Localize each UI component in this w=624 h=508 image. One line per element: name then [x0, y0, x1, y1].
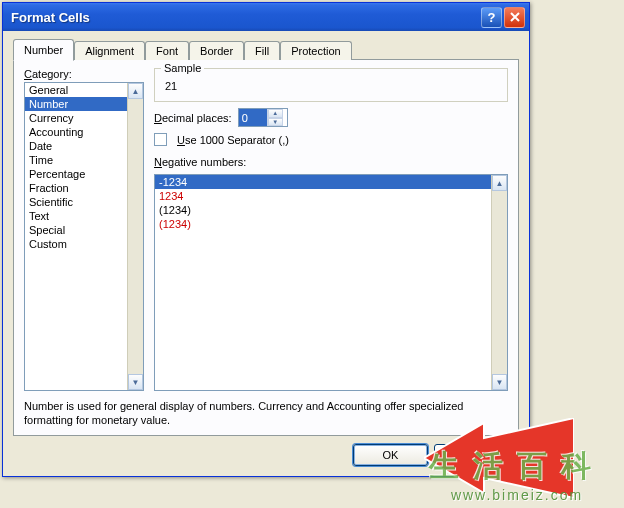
category-column: Category: General Number Currency Accoun…	[24, 68, 144, 391]
negative-scrollbar[interactable]: ▲ ▼	[491, 175, 507, 390]
sample-label: Sample	[161, 62, 204, 74]
decimal-label: Decimal places:	[154, 112, 232, 124]
category-item-currency[interactable]: Currency	[25, 111, 127, 125]
decimal-input[interactable]	[239, 109, 267, 126]
decimal-down-button[interactable]: ▼	[268, 118, 283, 127]
category-item-custom[interactable]: Custom	[25, 237, 127, 251]
watermark-url: www.bimeiz.com	[412, 487, 622, 503]
scroll-up-button[interactable]: ▲	[128, 83, 143, 99]
decimal-up-button[interactable]: ▲	[268, 109, 283, 118]
negative-item-3[interactable]: (1234)	[155, 217, 491, 231]
separator-checkbox[interactable]	[154, 133, 167, 146]
category-listbox[interactable]: General Number Currency Accounting Date …	[24, 82, 144, 391]
category-item-fraction[interactable]: Fraction	[25, 181, 127, 195]
titlebar[interactable]: Format Cells ?	[3, 3, 529, 31]
tab-number[interactable]: Number	[13, 39, 74, 61]
negative-scroll-up[interactable]: ▲	[492, 175, 507, 191]
category-scrollbar[interactable]: ▲ ▼	[127, 83, 143, 390]
category-item-number[interactable]: Number	[25, 97, 127, 111]
category-item-scientific[interactable]: Scientific	[25, 195, 127, 209]
tab-protection[interactable]: Protection	[280, 41, 352, 60]
negative-item-0[interactable]: -1234	[155, 175, 491, 189]
description-text: Number is used for general display of nu…	[24, 399, 508, 427]
negative-listbox[interactable]: -1234 1234 (1234) (1234) ▲ ▼	[154, 174, 508, 391]
separator-row[interactable]: Use 1000 Separator (,)	[154, 133, 508, 146]
tab-alignment[interactable]: Alignment	[74, 41, 145, 60]
sample-value: 21	[163, 79, 499, 93]
tab-border[interactable]: Border	[189, 41, 244, 60]
category-item-accounting[interactable]: Accounting	[25, 125, 127, 139]
category-item-general[interactable]: General	[25, 83, 127, 97]
negative-scroll-track[interactable]	[492, 191, 507, 374]
decimal-spinner[interactable]: ▲ ▼	[238, 108, 288, 127]
scroll-down-button[interactable]: ▼	[128, 374, 143, 390]
category-item-date[interactable]: Date	[25, 139, 127, 153]
cancel-button[interactable]: Cancel	[434, 444, 509, 466]
negative-label: Negative numbers:	[154, 156, 508, 168]
window-title: Format Cells	[11, 10, 479, 25]
category-item-time[interactable]: Time	[25, 153, 127, 167]
client-area: Number Alignment Font Border Fill Protec…	[3, 31, 529, 476]
tabstrip: Number Alignment Font Border Fill Protec…	[13, 39, 519, 60]
category-item-special[interactable]: Special	[25, 223, 127, 237]
close-button[interactable]	[504, 7, 525, 28]
options-column: Sample 21 Decimal places: ▲ ▼	[154, 68, 508, 391]
negative-scroll-down[interactable]: ▼	[492, 374, 507, 390]
tab-font[interactable]: Font	[145, 41, 189, 60]
dialog-buttons: OK Cancel	[13, 436, 519, 466]
close-icon	[509, 11, 521, 23]
ok-button[interactable]: OK	[353, 444, 428, 466]
tab-pane-number: Category: General Number Currency Accoun…	[13, 59, 519, 436]
category-item-text[interactable]: Text	[25, 209, 127, 223]
help-button[interactable]: ?	[481, 7, 502, 28]
format-cells-dialog: Format Cells ? Number Alignment Font Bor…	[2, 2, 530, 477]
sample-group: Sample 21	[154, 68, 508, 102]
negative-item-2[interactable]: (1234)	[155, 203, 491, 217]
separator-label: Use 1000 Separator (,)	[177, 134, 289, 146]
tab-fill[interactable]: Fill	[244, 41, 280, 60]
scroll-track[interactable]	[128, 99, 143, 374]
negative-item-1[interactable]: 1234	[155, 189, 491, 203]
category-label: Category:	[24, 68, 144, 80]
category-item-percentage[interactable]: Percentage	[25, 167, 127, 181]
decimal-row: Decimal places: ▲ ▼	[154, 108, 508, 127]
